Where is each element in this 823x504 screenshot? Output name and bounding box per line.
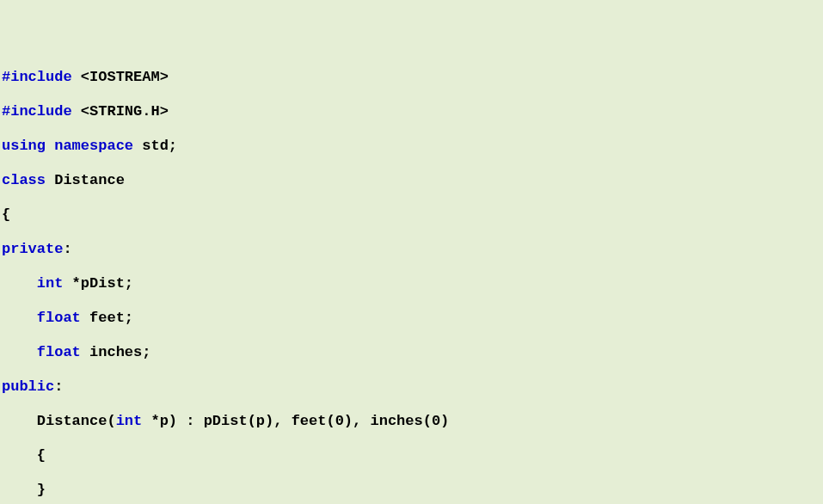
keyword-float: float xyxy=(37,310,81,326)
keyword-int: int xyxy=(116,413,143,429)
code-line: using namespace std; xyxy=(2,138,821,155)
member-decl: *pDist; xyxy=(63,275,133,292)
code-line: #include <STRING.H> xyxy=(2,103,821,120)
keyword-include: #include xyxy=(2,69,72,85)
member-decl: feet; xyxy=(81,310,133,326)
keyword-public: public xyxy=(2,378,54,395)
keyword-float: float xyxy=(37,344,81,360)
code-line: #include <IOSTREAM> xyxy=(2,69,821,86)
code-line: Distance(int *p) : pDist(p), feet(0), in… xyxy=(2,413,821,430)
ctor-init: *p) : pDist(p), feet(0), inches(0) xyxy=(142,413,449,429)
keyword-using: using xyxy=(2,138,46,154)
code-line: float inches; xyxy=(2,344,821,361)
class-name: Distance xyxy=(46,172,125,188)
code-line: float feet; xyxy=(2,310,821,327)
include-target: <STRING.H> xyxy=(72,103,169,120)
brace-open: { xyxy=(2,206,10,223)
code-line: { xyxy=(2,206,821,224)
ctor-decl: Distance( xyxy=(2,413,116,429)
include-target: <IOSTREAM> xyxy=(72,69,169,85)
code-line: { xyxy=(2,447,821,464)
keyword-namespace: namespace xyxy=(54,138,133,154)
keyword-private: private xyxy=(2,241,63,257)
code-line: int *pDist; xyxy=(2,275,821,292)
keyword-include: #include xyxy=(2,103,72,120)
member-decl: inches; xyxy=(81,344,151,360)
code-line: public: xyxy=(2,378,821,396)
brace-close: } xyxy=(2,482,46,498)
code-line: private: xyxy=(2,241,821,258)
keyword-int: int xyxy=(37,275,64,292)
code-text: std; xyxy=(133,138,177,154)
code-line: class Distance xyxy=(2,172,821,189)
colon: : xyxy=(63,241,71,257)
keyword-class: class xyxy=(2,172,46,188)
colon: : xyxy=(54,378,63,395)
brace-open: { xyxy=(2,447,46,464)
code-line: } xyxy=(2,482,821,499)
